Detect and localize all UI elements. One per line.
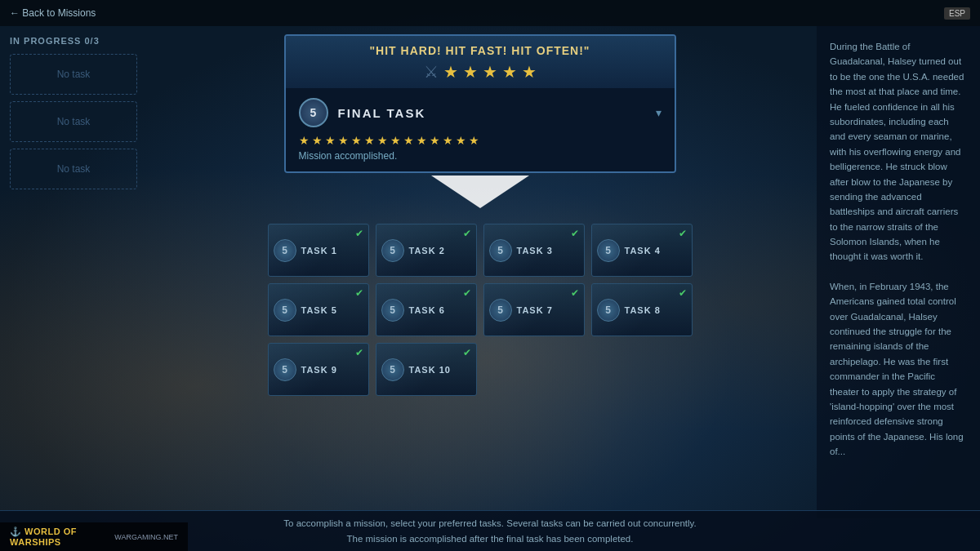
ts8: ★ — [390, 134, 401, 147]
task-label-8: TASK 8 — [625, 305, 661, 315]
tasks-grid: 5 TASK 1 ✔ 5 TASK 2 ✔ 5 TASK 3 ✔ 5 TASK … — [268, 224, 693, 396]
task-check-1: ✔ — [355, 228, 363, 239]
task-label-10: TASK 10 — [409, 365, 451, 375]
task-number-2: 5 — [381, 239, 404, 262]
ts9: ★ — [403, 134, 414, 147]
star-1: ★ — [443, 64, 458, 80]
final-task-number: 5 — [299, 98, 328, 127]
task-check-3: ✔ — [571, 228, 579, 239]
ts7: ★ — [377, 134, 388, 147]
task-card-4[interactable]: 5 TASK 4 ✔ — [591, 224, 693, 277]
mission-card-body: 5 FINAL TASK ▾ ★ ★ ★ ★ ★ ★ ★ ★ ★ ★ ★ ★ ★… — [286, 88, 675, 171]
star-4: ★ — [502, 64, 517, 80]
star-3: ★ — [483, 64, 497, 80]
mission-header-stars: ⚔ ★ ★ ★ ★ ★ — [424, 64, 537, 80]
esp-badge: ESP — [944, 7, 970, 20]
star-5: ★ — [522, 64, 537, 80]
task-number-5: 5 — [274, 299, 296, 322]
mission-card: "HIT HARD! HIT FAST! HIT OFTEN!" ⚔ ★ ★ ★… — [284, 34, 676, 173]
final-task-label: FINAL TASK — [338, 106, 426, 120]
task-number-9: 5 — [274, 358, 296, 381]
task-label-1: TASK 1 — [301, 246, 337, 256]
back-button[interactable]: ← Back to Missions — [10, 7, 96, 19]
ts13: ★ — [456, 134, 466, 147]
bottom-line1: To accomplish a mission, select your pre… — [283, 516, 696, 531]
tasks-grid-wrapper: 5 TASK 1 ✔ 5 TASK 2 ✔ 5 TASK 3 ✔ 5 TASK … — [268, 224, 693, 396]
task-card-7[interactable]: 5 TASK 7 ✔ — [483, 283, 585, 336]
ts5: ★ — [351, 134, 362, 147]
sidebar: IN PROGRESS 0/3 No task No task No task — [0, 26, 147, 518]
task-card-9[interactable]: 5 TASK 9 ✔ — [268, 343, 369, 396]
task-number-3: 5 — [489, 239, 512, 262]
game-logo: ⚓ WORLD OF WARSHIPS — [10, 527, 105, 547]
task-check-2: ✔ — [463, 228, 471, 239]
sidebar-slot-3-label: No task — [57, 163, 91, 175]
task-card-3[interactable]: 5 TASK 3 ✔ — [483, 224, 585, 277]
svg-marker-0 — [431, 176, 529, 208]
ts11: ★ — [430, 134, 440, 147]
task-label-3: TASK 3 — [517, 246, 553, 256]
chevron-arrow — [423, 171, 537, 212]
task-label-9: TASK 9 — [301, 365, 337, 375]
task-number-4: 5 — [597, 239, 620, 262]
task-card-2[interactable]: 5 TASK 2 ✔ — [376, 224, 477, 277]
ts4: ★ — [338, 134, 349, 147]
small-icon: ⚔ — [424, 64, 439, 80]
brand-bar: ⚓ WORLD OF WARSHIPS WARGAMING.NET — [0, 522, 188, 551]
accomplished-text: Mission accomplished. — [299, 150, 662, 162]
task-label-4: TASK 4 — [625, 246, 661, 256]
task-check-4: ✔ — [679, 228, 687, 239]
sidebar-slot-3: No task — [10, 149, 137, 189]
task-check-8: ✔ — [679, 287, 687, 299]
task-card-10[interactable]: 5 TASK 10 ✔ — [376, 343, 477, 396]
task-label-2: TASK 2 — [409, 246, 445, 256]
right-panel: During the Battle of Guadalcanal, Halsey… — [817, 26, 980, 518]
task-card-5[interactable]: 5 TASK 5 ✔ — [268, 283, 369, 336]
task-card-8[interactable]: 5 TASK 8 ✔ — [591, 283, 693, 336]
task-check-9: ✔ — [355, 347, 363, 358]
sidebar-slot-2: No task — [10, 101, 137, 142]
task-number-10: 5 — [381, 358, 404, 381]
dropdown-icon[interactable]: ▾ — [656, 106, 662, 119]
task-check-10: ✔ — [463, 347, 471, 358]
ts1: ★ — [299, 134, 310, 147]
ts14: ★ — [469, 134, 479, 147]
task-stars-bar: ★ ★ ★ ★ ★ ★ ★ ★ ★ ★ ★ ★ ★ ★ — [299, 134, 662, 147]
bottom-line2: The mission is accomplished after the fi… — [347, 531, 634, 546]
sidebar-slot-2-label: No task — [57, 116, 91, 127]
star-2: ★ — [463, 64, 478, 80]
mission-card-header: "HIT HARD! HIT FAST! HIT OFTEN!" ⚔ ★ ★ ★… — [286, 36, 675, 88]
task-number-8: 5 — [597, 299, 620, 322]
in-progress-label: IN PROGRESS 0/3 — [10, 36, 137, 46]
ts3: ★ — [325, 134, 336, 147]
sidebar-slot-1-label: No task — [57, 69, 91, 80]
task-label-5: TASK 5 — [301, 305, 337, 315]
final-task-row: 5 FINAL TASK ▾ — [299, 98, 662, 127]
task-check-6: ✔ — [463, 287, 471, 299]
sidebar-slot-1: No task — [10, 54, 137, 95]
task-number-7: 5 — [489, 299, 512, 322]
task-check-5: ✔ — [355, 287, 363, 299]
back-label: ← Back to Missions — [10, 7, 96, 19]
task-check-7: ✔ — [571, 287, 579, 299]
ts2: ★ — [312, 134, 323, 147]
task-number-6: 5 — [381, 299, 404, 322]
mission-title: "HIT HARD! HIT FAST! HIT OFTEN!" — [369, 44, 590, 57]
task-label-7: TASK 7 — [517, 305, 553, 315]
task-card-1[interactable]: 5 TASK 1 ✔ — [268, 224, 369, 277]
ts10: ★ — [416, 134, 427, 147]
task-number-1: 5 — [274, 239, 296, 262]
top-bar: ← Back to Missions ESP — [0, 0, 980, 26]
task-card-6[interactable]: 5 TASK 6 ✔ — [376, 283, 477, 336]
ts6: ★ — [364, 134, 375, 147]
chevron-arrow-container — [423, 171, 537, 216]
right-panel-text2: When, in February 1943, the Americans ga… — [830, 279, 967, 460]
wargaming-logo: WARGAMING.NET — [114, 533, 178, 541]
ts12: ★ — [443, 134, 453, 147]
right-panel-text1: During the Battle of Guadalcanal, Halsey… — [830, 39, 967, 264]
task-label-6: TASK 6 — [409, 305, 445, 315]
main-content: "HIT HARD! HIT FAST! HIT OFTEN!" ⚔ ★ ★ ★… — [143, 26, 817, 510]
